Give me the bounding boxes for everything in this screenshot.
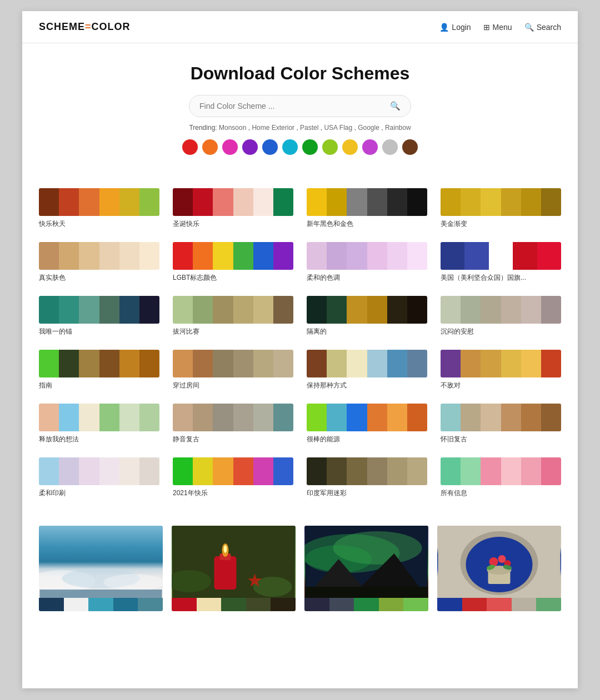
color-swatch: [407, 404, 427, 431]
scheme-card[interactable]: 美金渐变: [441, 188, 561, 229]
login-nav-item[interactable]: 👤 Login: [439, 23, 471, 32]
color-swatch: [541, 457, 561, 485]
scheme-card[interactable]: 柔和的色调: [307, 242, 427, 283]
scheme-card[interactable]: 释放我的想法: [39, 404, 159, 444]
color-filter-circle[interactable]: [362, 139, 378, 155]
color-swatch: [347, 296, 367, 324]
color-swatch: [173, 188, 193, 216]
ocean-scene: [39, 526, 163, 598]
color-swatch: [39, 296, 59, 324]
scheme-card[interactable]: 2021年快乐: [173, 457, 293, 498]
photo-swatch: [172, 598, 197, 611]
photo-palette: [172, 598, 296, 611]
photo-swatch: [379, 598, 404, 611]
photo-palette: [437, 598, 561, 611]
color-swatch: [347, 404, 367, 431]
photo-card[interactable]: [39, 526, 163, 611]
color-swatch: [387, 242, 407, 270]
scheme-label: 真实肤色: [39, 273, 159, 283]
color-swatch: [541, 350, 561, 377]
photo-swatch: [88, 598, 113, 611]
scheme-label: 所有信息: [441, 489, 561, 498]
color-swatch: [213, 404, 233, 431]
scheme-label: 快乐秋天: [39, 219, 159, 229]
scheme-card[interactable]: 不敌对: [441, 350, 561, 390]
logo[interactable]: SCHEME=COLOR: [39, 21, 131, 33]
color-swatch: [99, 188, 119, 216]
scheme-card[interactable]: LGBT标志颜色: [173, 242, 293, 283]
palette-row: [441, 296, 561, 324]
color-swatch: [481, 188, 501, 216]
login-label[interactable]: Login: [452, 23, 471, 32]
color-swatch: [59, 404, 79, 431]
palette-row: [173, 404, 293, 431]
color-swatch: [489, 242, 513, 270]
color-filter-circle[interactable]: [322, 139, 338, 155]
color-swatch: [461, 404, 481, 431]
scheme-card[interactable]: 保持那种方式: [307, 350, 427, 390]
color-filter-circle[interactable]: [222, 139, 238, 155]
color-swatch: [273, 296, 293, 324]
color-swatch: [481, 404, 501, 431]
color-swatch: [273, 457, 293, 485]
scheme-card[interactable]: 真实肤色: [39, 242, 159, 283]
scheme-card[interactable]: 拔河比赛: [173, 296, 293, 336]
scheme-card[interactable]: 穿过房间: [173, 350, 293, 390]
color-swatch: [99, 296, 119, 324]
palette-row: [307, 350, 427, 377]
palette-row: [39, 296, 159, 324]
svg-point-8: [224, 545, 227, 553]
scheme-card[interactable]: 沉闷的安慰: [441, 296, 561, 336]
scheme-card[interactable]: 新年黑色和金色: [307, 188, 427, 229]
search-label[interactable]: Search: [537, 23, 561, 32]
color-filter-circle[interactable]: [302, 139, 318, 155]
photo-swatch: [329, 598, 354, 611]
palette-row: [307, 188, 427, 216]
color-filter-circle[interactable]: [202, 139, 218, 155]
color-swatch: [119, 188, 139, 216]
scheme-card[interactable]: 静音复古: [173, 404, 293, 444]
scheme-card[interactable]: 隔离的: [307, 296, 427, 336]
photo-card[interactable]: [437, 526, 561, 611]
scheme-card[interactable]: 很棒的能源: [307, 404, 427, 444]
color-swatch: [367, 404, 387, 431]
search-input[interactable]: [199, 102, 390, 110]
scheme-card[interactable]: 柔和印刷: [39, 457, 159, 498]
search-nav-item[interactable]: 🔍 Search: [524, 23, 561, 32]
color-swatch: [537, 242, 561, 270]
palette-row: [441, 350, 561, 377]
color-filter-circle[interactable]: [282, 139, 298, 155]
scheme-card[interactable]: 怀旧复古: [441, 404, 561, 444]
scheme-card[interactable]: 快乐秋天: [39, 188, 159, 229]
search-bar[interactable]: 🔍: [189, 95, 411, 117]
photo-swatch: [487, 598, 512, 611]
scheme-card[interactable]: 印度军用迷彩: [307, 457, 427, 498]
main-page: SCHEME=COLOR 👤 Login ⊞ Menu 🔍 Search Dow…: [22, 11, 578, 688]
color-filter-circle[interactable]: [342, 139, 358, 155]
scheme-card[interactable]: 圣诞快乐: [173, 188, 293, 229]
color-swatch: [139, 188, 159, 216]
color-filter-circle[interactable]: [182, 139, 198, 155]
photo-card[interactable]: [304, 526, 428, 611]
color-swatch: [253, 350, 273, 377]
color-filter-circle[interactable]: [262, 139, 278, 155]
color-swatch: [307, 350, 327, 377]
scheme-card[interactable]: 美国（美利坚合众国）国旗...: [441, 242, 561, 283]
color-filter-circle[interactable]: [242, 139, 258, 155]
menu-nav-item[interactable]: ⊞ Menu: [483, 23, 512, 32]
color-swatch: [39, 350, 59, 377]
color-swatch: [119, 404, 139, 431]
color-swatch: [461, 457, 481, 485]
color-filter-circle[interactable]: [382, 139, 398, 155]
color-swatch: [79, 242, 99, 270]
scheme-card[interactable]: 我唯一的锚: [39, 296, 159, 336]
color-swatch: [253, 296, 273, 324]
color-swatch: [367, 350, 387, 377]
color-filter-circle[interactable]: [402, 139, 418, 155]
scheme-label: 美金渐变: [441, 219, 561, 229]
color-swatch: [407, 296, 427, 324]
menu-label[interactable]: Menu: [493, 23, 512, 32]
photo-card[interactable]: [172, 526, 296, 611]
scheme-card[interactable]: 所有信息: [441, 457, 561, 498]
scheme-card[interactable]: 指南: [39, 350, 159, 390]
